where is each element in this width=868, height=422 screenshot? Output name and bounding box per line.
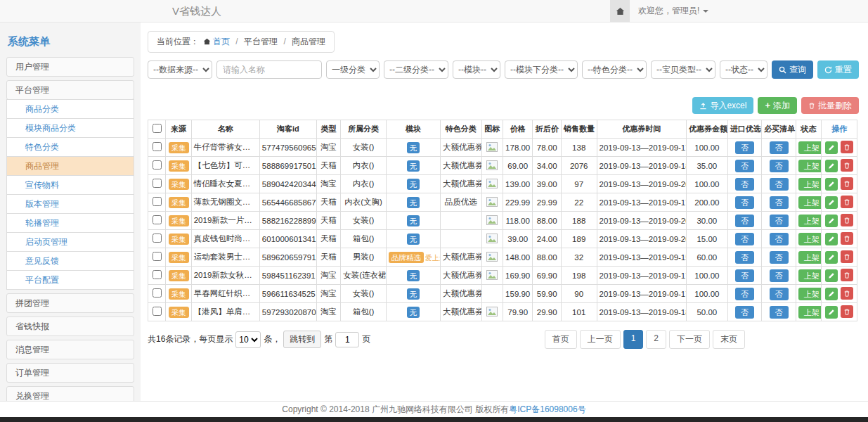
status-button[interactable]: 上架 — [798, 215, 822, 227]
import-select-button[interactable]: 否 — [735, 269, 754, 282]
status-select[interactable]: --状态-- — [720, 60, 767, 79]
must-buy-button[interactable]: 否 — [770, 160, 789, 172]
breadcrumb-home-link[interactable]: 首页 — [213, 37, 230, 46]
sidebar-item[interactable]: 意见反馈 — [6, 251, 134, 271]
icp-link[interactable]: 粤ICP备16098006号 — [509, 404, 585, 414]
pagination-button[interactable]: 首页 — [545, 330, 577, 349]
import-select-button[interactable]: 否 — [735, 141, 754, 154]
import-select-button[interactable]: 否 — [735, 178, 754, 191]
row-checkbox[interactable] — [153, 215, 162, 224]
edit-button[interactable] — [825, 251, 838, 264]
pagination-button[interactable]: 下一页 — [669, 330, 710, 349]
sidebar-item[interactable]: 商品管理 — [6, 156, 134, 176]
edit-button[interactable] — [825, 196, 838, 209]
import-select-button[interactable]: 否 — [735, 215, 754, 227]
search-button[interactable]: 查询 — [772, 60, 813, 79]
status-button[interactable]: 上架 — [798, 306, 822, 319]
sidebar-item[interactable]: 轮播管理 — [6, 213, 134, 233]
must-buy-button[interactable]: 否 — [770, 251, 789, 264]
delete-button[interactable] — [841, 287, 853, 300]
delete-button[interactable] — [841, 250, 853, 263]
must-buy-button[interactable]: 否 — [770, 178, 789, 191]
row-checkbox[interactable] — [153, 288, 162, 298]
delete-button[interactable] — [841, 269, 853, 281]
add-button[interactable]: + 添加 — [758, 97, 797, 114]
status-button[interactable]: 上架 — [798, 141, 822, 154]
row-checkbox[interactable] — [153, 197, 162, 206]
pagination-button[interactable]: 末页 — [713, 330, 745, 349]
import-select-button[interactable]: 否 — [735, 288, 754, 300]
home-button[interactable] — [610, 0, 630, 22]
delete-button[interactable] — [841, 177, 853, 190]
module-sub-category-select[interactable]: --模块下分类-- — [505, 60, 578, 79]
row-checkbox[interactable] — [153, 179, 162, 188]
select-all-checkbox[interactable] — [153, 124, 162, 133]
import-select-button[interactable]: 否 — [735, 251, 754, 264]
sidebar-item[interactable]: 平台配置 — [6, 270, 134, 290]
edit-button[interactable] — [825, 233, 838, 245]
pagination-button[interactable]: 2 — [646, 330, 666, 349]
edit-button[interactable] — [825, 269, 838, 282]
name-search-input[interactable] — [216, 60, 322, 79]
edit-button[interactable] — [825, 178, 838, 191]
page-jump-input[interactable] — [335, 332, 359, 347]
row-checkbox[interactable] — [153, 234, 162, 243]
delete-button[interactable] — [841, 305, 853, 318]
delete-button[interactable] — [841, 196, 853, 208]
import-select-button[interactable]: 否 — [735, 233, 754, 245]
status-button[interactable]: 上架 — [798, 196, 822, 209]
edit-button[interactable] — [825, 306, 838, 319]
module-select[interactable]: --模块-- — [453, 60, 500, 79]
pagination-button[interactable]: 1 — [623, 330, 644, 349]
import-select-button[interactable]: 否 — [735, 306, 754, 319]
delete-button[interactable] — [841, 214, 853, 226]
sidebar-item[interactable]: 宣传物料 — [6, 175, 134, 195]
edit-button[interactable] — [825, 141, 838, 154]
row-checkbox[interactable] — [153, 160, 162, 170]
page-size-select[interactable]: 10 — [235, 331, 261, 348]
status-button[interactable]: 上架 — [798, 160, 822, 172]
sidebar-item[interactable]: 省钱快报 — [6, 316, 134, 336]
must-buy-button[interactable]: 否 — [770, 269, 789, 282]
row-checkbox[interactable] — [153, 270, 162, 279]
pagination-button[interactable]: 上一页 — [580, 330, 621, 349]
jump-button[interactable]: 跳转到 — [283, 331, 321, 348]
delete-button[interactable] — [841, 232, 853, 245]
import-select-button[interactable]: 否 — [735, 196, 754, 209]
row-checkbox[interactable] — [153, 252, 162, 261]
sidebar-item[interactable]: 兑换管理 — [6, 386, 134, 401]
delete-button[interactable] — [841, 159, 853, 172]
data-source-select[interactable]: --数据来源-- — [148, 60, 212, 79]
must-buy-button[interactable]: 否 — [770, 215, 789, 227]
row-checkbox[interactable] — [153, 307, 162, 316]
user-menu[interactable]: 欢迎您，管理员! — [630, 0, 717, 22]
edit-button[interactable] — [825, 160, 838, 172]
status-button[interactable]: 上架 — [798, 269, 822, 282]
feature-category-select[interactable]: --特色分类-- — [582, 60, 647, 79]
must-buy-button[interactable]: 否 — [770, 141, 789, 154]
delete-button[interactable] — [841, 141, 853, 153]
import-excel-button[interactable]: 导入excel — [692, 97, 753, 114]
reset-button[interactable]: 重置 — [817, 60, 859, 79]
level2-category-select[interactable]: --二级分类-- — [384, 60, 448, 79]
sidebar-item[interactable]: 订单管理 — [6, 363, 134, 383]
status-button[interactable]: 上架 — [798, 178, 822, 191]
sidebar-item[interactable]: 特色分类 — [6, 137, 134, 157]
sidebar-item[interactable]: 版本管理 — [6, 194, 134, 214]
status-button[interactable]: 上架 — [798, 251, 822, 264]
sidebar-item[interactable]: 启动页管理 — [6, 232, 134, 252]
sidebar-item[interactable]: 消息管理 — [6, 340, 134, 359]
sidebar-item[interactable]: 模块商品分类 — [6, 118, 134, 138]
import-select-button[interactable]: 否 — [735, 160, 754, 172]
row-checkbox[interactable] — [153, 142, 162, 151]
sidebar-item[interactable]: 商品分类 — [6, 99, 134, 119]
level1-category-select[interactable]: 一级分类 — [326, 60, 380, 79]
edit-button[interactable] — [825, 288, 838, 300]
must-buy-button[interactable]: 否 — [770, 288, 789, 300]
sidebar-item[interactable]: 平台管理 — [6, 80, 134, 100]
must-buy-button[interactable]: 否 — [770, 306, 789, 319]
edit-button[interactable] — [825, 215, 838, 227]
must-buy-button[interactable]: 否 — [770, 233, 789, 245]
item-type-select[interactable]: --宝贝类型-- — [651, 60, 715, 79]
sidebar-item[interactable]: 拼团管理 — [6, 293, 134, 313]
